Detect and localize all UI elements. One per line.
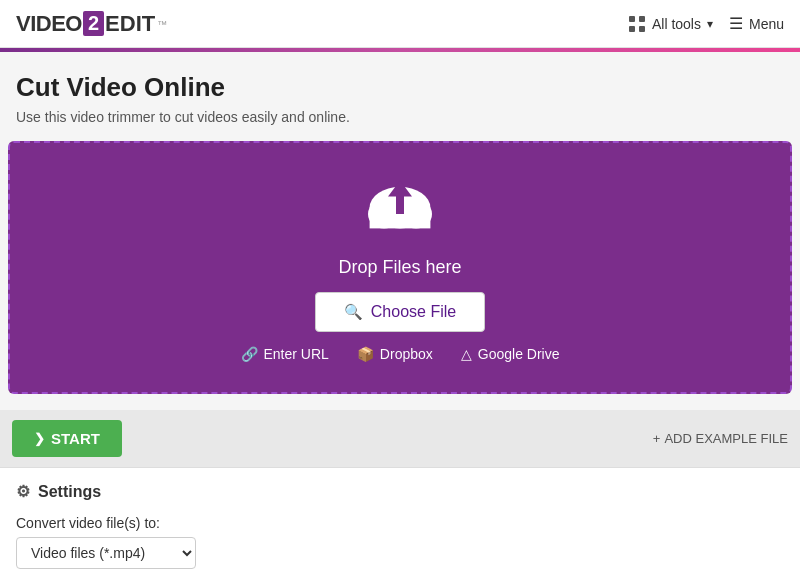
- logo: VIDEO 2 EDIT ™: [16, 11, 167, 37]
- action-bar: ❯ START + ADD EXAMPLE FILE: [0, 410, 800, 467]
- svg-rect-0: [629, 16, 635, 22]
- settings-header: ⚙ Settings: [16, 482, 784, 501]
- logo-trademark: ™: [157, 19, 167, 30]
- all-tools-label: All tools: [652, 16, 701, 32]
- header-right: All tools ▾ ☰ Menu: [628, 14, 784, 33]
- grid-icon: [628, 15, 646, 33]
- page-subtitle: Use this video trimmer to cut videos eas…: [0, 109, 800, 125]
- choose-file-label: Choose File: [371, 303, 456, 321]
- enter-url-option[interactable]: 🔗 Enter URL: [241, 346, 329, 362]
- add-example-label: ADD EXAMPLE FILE: [664, 431, 788, 446]
- settings-title: Settings: [38, 483, 101, 501]
- google-drive-label: Google Drive: [478, 346, 560, 362]
- page-title: Cut Video Online: [0, 72, 800, 103]
- all-tools-button[interactable]: All tools ▾: [628, 15, 713, 33]
- cloud-upload-icon: [360, 173, 440, 243]
- gear-icon: ⚙: [16, 482, 30, 501]
- search-icon: 🔍: [344, 303, 363, 321]
- svg-rect-7: [370, 212, 431, 228]
- link-icon: 🔗: [241, 346, 258, 362]
- upload-options: 🔗 Enter URL 📦 Dropbox △ Google Drive: [241, 346, 560, 362]
- enter-url-label: Enter URL: [264, 346, 329, 362]
- svg-rect-2: [629, 26, 635, 32]
- page-content: Cut Video Online Use this video trimmer …: [0, 52, 800, 576]
- dropbox-option[interactable]: 📦 Dropbox: [357, 346, 433, 362]
- menu-button[interactable]: ☰ Menu: [729, 14, 784, 33]
- dropbox-icon: 📦: [357, 346, 374, 362]
- add-example-button[interactable]: + ADD EXAMPLE FILE: [653, 431, 788, 446]
- start-button[interactable]: ❯ START: [12, 420, 122, 457]
- hamburger-icon: ☰: [729, 14, 743, 33]
- settings-panel: ⚙ Settings Convert video file(s) to: Vid…: [0, 467, 800, 576]
- svg-rect-3: [639, 26, 645, 32]
- svg-rect-1: [639, 16, 645, 22]
- google-drive-icon: △: [461, 346, 472, 362]
- upload-icon-container: [360, 173, 440, 243]
- google-drive-option[interactable]: △ Google Drive: [461, 346, 560, 362]
- header: VIDEO 2 EDIT ™ All tools ▾ ☰ Menu: [0, 0, 800, 48]
- logo-number: 2: [83, 11, 104, 36]
- format-select[interactable]: Video files (*.mp4) Video files (*.avi) …: [16, 537, 196, 569]
- drop-zone[interactable]: Drop Files here 🔍 Choose File 🔗 Enter UR…: [8, 141, 792, 394]
- convert-label: Convert video file(s) to:: [16, 515, 784, 531]
- logo-prefix: VIDEO: [16, 11, 82, 37]
- choose-file-button[interactable]: 🔍 Choose File: [315, 292, 485, 332]
- settings-row: Convert video file(s) to: Video files (*…: [16, 515, 784, 569]
- menu-label: Menu: [749, 16, 784, 32]
- chevron-right-icon: ❯: [34, 431, 45, 446]
- start-label: START: [51, 430, 100, 447]
- logo-suffix: EDIT: [105, 11, 155, 37]
- chevron-down-icon: ▾: [707, 17, 713, 31]
- dropbox-label: Dropbox: [380, 346, 433, 362]
- plus-icon: +: [653, 431, 661, 446]
- drop-files-text: Drop Files here: [338, 257, 461, 278]
